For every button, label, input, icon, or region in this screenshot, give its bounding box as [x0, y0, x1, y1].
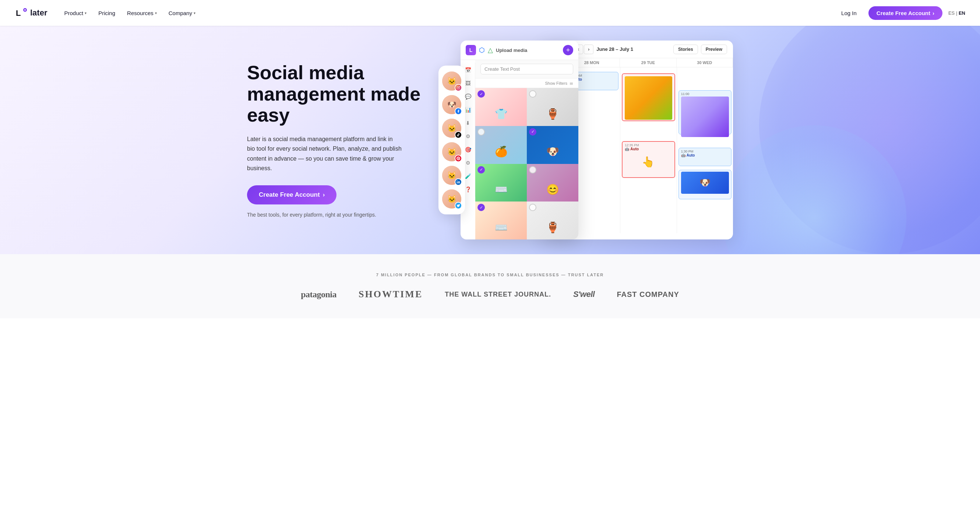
- svg-point-6: [459, 86, 460, 87]
- nav-pricing-label: Pricing: [98, 10, 115, 16]
- logo-text: later: [30, 8, 47, 18]
- nav-right: Log In Create Free Account › ES | EN: [835, 6, 965, 20]
- chevron-down-icon: ▾: [194, 11, 196, 15]
- app-panel-header: L ⬡ △ Upload media +: [461, 40, 578, 60]
- logo[interactable]: L later: [15, 6, 47, 19]
- navigation: L later Product ▾ Pricing Resources ▾ Co…: [0, 0, 980, 26]
- svg-point-3: [24, 9, 26, 11]
- hero-content: Social media management made easy Later …: [232, 26, 748, 254]
- create-text-post-bar: Create Text Post: [475, 60, 578, 78]
- nav-resources[interactable]: Resources ▾: [122, 7, 162, 19]
- day-30-column: 11:00 1:30 PM 🤖 Auto: [677, 67, 733, 233]
- media-check-5: ✓: [477, 166, 485, 174]
- facebook-badge: [455, 108, 462, 115]
- svg-text:L: L: [16, 8, 21, 18]
- nav-company[interactable]: Company ▾: [164, 7, 200, 19]
- showtime-logo: SHOWTIME: [359, 289, 423, 300]
- day-28-label: 28 MON: [584, 61, 599, 65]
- media-check-3: [477, 128, 485, 135]
- brands-section: 7 MILLION PEOPLE — FROM GLOBAL BRANDS TO…: [0, 254, 980, 318]
- preview-button[interactable]: Preview: [701, 45, 727, 54]
- lang-es[interactable]: ES: [948, 10, 955, 16]
- nav-product[interactable]: Product ▾: [59, 7, 92, 19]
- facebook-profile[interactable]: 🐶: [442, 95, 461, 114]
- add-content-button[interactable]: +: [563, 45, 573, 55]
- media-grid: 👕 ✓ 🏺: [475, 88, 578, 239]
- login-button[interactable]: Log In: [835, 7, 862, 19]
- create-text-placeholder: Create Text Post: [484, 66, 520, 72]
- twitter-badge: [455, 202, 462, 209]
- cal-event-30-130pm[interactable]: 1:30 PM 🤖 Auto: [678, 148, 732, 166]
- brands-tagline: 7 MILLION PEOPLE — FROM GLOBAL BRANDS TO…: [15, 272, 965, 277]
- svg-point-7: [457, 180, 458, 181]
- chevron-down-icon: ▾: [155, 11, 157, 15]
- media-cell-8[interactable]: 🏺: [527, 201, 578, 239]
- media-check-6: [529, 166, 536, 174]
- calendar-date-range: June 28 – July 1: [597, 46, 633, 52]
- next-week-button[interactable]: ›: [584, 45, 593, 54]
- hero-title-line1: Social media: [247, 62, 364, 83]
- cal-slot-30-10: [677, 67, 733, 89]
- media-content-area: Create Text Post Show Filters ⚌: [461, 60, 578, 239]
- hero-section: Social media management made easy Later …: [0, 26, 980, 254]
- instagram-badge: [455, 84, 462, 91]
- cal-event-29-10am[interactable]: [622, 73, 675, 121]
- svg-point-5: [458, 87, 459, 88]
- linkedin-badge: [455, 178, 462, 186]
- instagram-profile[interactable]: 🐱: [442, 72, 461, 91]
- brands-logos: patagonia SHOWTIME THE WALL STREET JOURN…: [15, 289, 965, 300]
- tiktok-badge: [455, 131, 462, 139]
- app-body: 📅 🖼 💬 📊 ⬇ ⚙ 🎯 ⚙ 🧪 ❓: [461, 60, 578, 239]
- lang-en[interactable]: EN: [959, 10, 965, 16]
- cal-event-image: [625, 76, 672, 120]
- upload-area: ⬡ △ Upload media: [479, 46, 560, 54]
- media-check-4: ✓: [529, 128, 536, 135]
- day-30-label: 30 WED: [697, 61, 712, 65]
- media-check-2: [529, 90, 536, 98]
- cal-event-29-1235pm[interactable]: 12:35 PM 🤖 Auto: [622, 141, 675, 178]
- fastcompany-logo: FAST COMPANY: [617, 290, 679, 299]
- day-30-header: 30 WED: [677, 58, 733, 67]
- nav-company-label: Company: [169, 10, 192, 16]
- language-switcher: ES | EN: [948, 10, 965, 16]
- calendar-actions: Stories Preview: [673, 45, 727, 54]
- hero-cta-arrow: ›: [323, 191, 325, 199]
- app-mockup: 🐱 🐶 🐱: [439, 40, 733, 239]
- nav-product-label: Product: [64, 10, 83, 16]
- hero-title: Social media management made easy: [247, 62, 424, 126]
- twitter-profile[interactable]: 🐱: [442, 190, 461, 209]
- filter-icon: ⚌: [570, 81, 573, 86]
- nav-left: L later Product ▾ Pricing Resources ▾ Co…: [15, 6, 200, 19]
- main-app-panel: L ⬡ △ Upload media + 📅 🖼 💬 📊: [461, 40, 578, 239]
- show-filters-bar: Show Filters ⚌: [475, 78, 578, 88]
- social-profiles-sidebar: 🐱 🐶 🐱: [439, 65, 465, 214]
- nav-links: Product ▾ Pricing Resources ▾ Company ▾: [59, 7, 200, 19]
- hero-sub-text: The best tools, for every platform, righ…: [247, 212, 424, 218]
- tiktok-profile[interactable]: 🐱: [442, 119, 461, 138]
- swell-logo: S'well: [573, 290, 595, 299]
- stories-button[interactable]: Stories: [673, 45, 698, 54]
- pinterest-profile[interactable]: 🐱: [442, 142, 461, 161]
- hero-cta-button[interactable]: Create Free Account ›: [247, 185, 336, 204]
- media-check-1: ✓: [477, 90, 485, 98]
- linkedin-profile[interactable]: 🐱: [442, 166, 461, 185]
- wsj-logo: THE WALL STREET JOURNAL.: [445, 291, 551, 298]
- pinterest-badge: [455, 155, 462, 162]
- create-text-post-input[interactable]: Create Text Post: [480, 64, 573, 75]
- media-cell-7[interactable]: ⌨️ ✓: [475, 201, 527, 239]
- cal-event-30-2pm[interactable]: 🐶: [678, 170, 732, 199]
- hero-title-line2: management made easy: [247, 83, 420, 126]
- create-account-button[interactable]: Create Free Account ›: [869, 6, 942, 20]
- hero-cta-label: Create Free Account: [259, 191, 320, 199]
- nav-pricing[interactable]: Pricing: [93, 7, 120, 19]
- show-filters-label[interactable]: Show Filters: [545, 81, 567, 86]
- app-logo-icon: L: [466, 45, 476, 55]
- hero-text-block: Social media management made easy Later …: [247, 62, 424, 217]
- cal-event-keyboard-image: [681, 97, 729, 137]
- cal-event-toy-image: 🐶: [681, 172, 729, 194]
- chevron-down-icon: ▾: [85, 11, 86, 15]
- hero-description: Later is a social media management platf…: [247, 134, 402, 174]
- dropbox-icon: ⬡: [479, 46, 485, 54]
- cal-event-30-11am[interactable]: 11:00: [678, 90, 732, 134]
- upload-label[interactable]: Upload media: [496, 48, 527, 53]
